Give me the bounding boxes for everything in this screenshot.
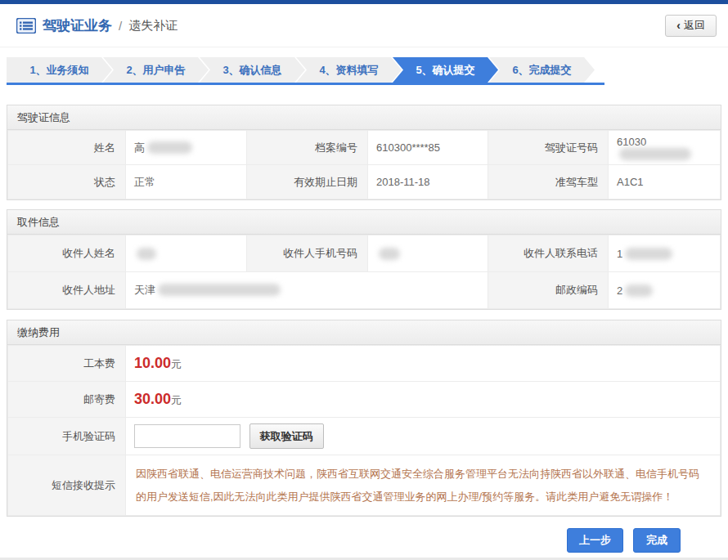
tab-step-1[interactable]: 1、业务须知 <box>7 57 112 83</box>
redacted-blur <box>147 141 192 154</box>
expiry-label: 有效期止日期 <box>247 165 368 199</box>
section-fees: 缴纳费用 工本费 10.00元 邮寄费 30.00元 手机验证码 获取验证码 短… <box>7 320 721 517</box>
file-no-label: 档案编号 <box>247 131 368 165</box>
currency-unit: 元 <box>171 394 182 406</box>
address-value: 天津 <box>126 272 488 309</box>
section-pickup-info: 取件信息 收件人姓名 收件人手机号码 收件人联系电话 1 收件人地址 天津 邮政… <box>7 209 721 310</box>
fees-table: 工本费 10.00元 邮寄费 30.00元 手机验证码 获取验证码 短信接收提示… <box>7 345 721 516</box>
tab-step-3[interactable]: 3、确认信息 <box>200 57 305 83</box>
license-no-value-text: 61030 <box>617 136 646 148</box>
recipient-phone-value: 1 <box>609 235 721 272</box>
back-chevron-icon: ‹ <box>676 19 681 32</box>
sms-notice-label: 短信接收提示 <box>8 455 126 516</box>
recipient-name-value <box>126 235 247 272</box>
expiry-value: 2018-11-18 <box>368 165 488 199</box>
table-row: 短信接收提示 因陕西省联通、电信运营商技术问题，陕西省互联网交通安全综合服务管理… <box>8 455 721 516</box>
production-fee-amount: 10.00 <box>134 355 171 371</box>
recipient-phone-text: 1 <box>617 248 622 260</box>
license-no-value: 61030 <box>609 131 721 165</box>
production-fee-value: 10.00元 <box>126 346 721 382</box>
status-value: 正常 <box>126 165 247 199</box>
get-code-button[interactable]: 获取验证码 <box>249 423 324 449</box>
sms-code-field-cell: 获取验证码 <box>126 418 721 455</box>
license-section-title: 驾驶证信息 <box>7 105 721 130</box>
redacted-blur <box>379 248 400 260</box>
tab-step-2[interactable]: 2、用户申告 <box>103 57 209 83</box>
breadcrumb-current: 遗失补证 <box>128 18 178 34</box>
table-row: 工本费 10.00元 <box>8 346 721 382</box>
page-title: 驾驶证业务 <box>43 16 112 35</box>
table-row: 邮寄费 30.00元 <box>8 382 721 418</box>
prev-step-button[interactable]: 上一步 <box>567 528 623 553</box>
sms-code-label: 手机验证码 <box>8 418 126 455</box>
mailing-fee-value: 30.00元 <box>126 382 721 418</box>
name-value-text: 高 <box>134 141 145 154</box>
sms-notice-text: 因陕西省联通、电信运营商技术问题，陕西省互联网交通安全综合服务管理平台无法向持陕… <box>134 458 720 513</box>
redacted-blur <box>625 284 653 297</box>
tab-step-6[interactable]: 6、完成提交 <box>489 57 595 83</box>
currency-unit: 元 <box>171 358 182 370</box>
tab-step-5[interactable]: 5、确认提交 <box>393 57 498 83</box>
file-no-value: 610300****85 <box>368 131 488 165</box>
sms-notice-cell: 因陕西省联通、电信运营商技术问题，陕西省互联网交通安全综合服务管理平台无法向持陕… <box>126 455 721 516</box>
redacted-blur <box>619 148 691 160</box>
finish-button[interactable]: 完成 <box>633 528 681 553</box>
recipient-mobile-value <box>368 235 488 272</box>
vehicle-type-label: 准驾车型 <box>488 165 609 199</box>
name-value: 高 <box>126 131 247 165</box>
table-row: 姓名 高 档案编号 610300****85 驾驶证号码 61030 <box>8 131 721 165</box>
breadcrumb: 驾驶证业务 / 遗失补证 <box>16 16 178 35</box>
recipient-phone-label: 收件人联系电话 <box>488 235 609 272</box>
tab-step-4[interactable]: 4、资料填写 <box>296 57 402 83</box>
section-license-info: 驾驶证信息 姓名 高 档案编号 610300****85 驾驶证号码 61030… <box>7 105 721 200</box>
address-text: 天津 <box>134 284 155 296</box>
name-label: 姓名 <box>8 131 126 165</box>
table-row: 收件人姓名 收件人手机号码 收件人联系电话 1 <box>8 235 721 272</box>
fees-section-title: 缴纳费用 <box>7 320 721 345</box>
table-row: 状态 正常 有效期止日期 2018-11-18 准驾车型 A1C1 <box>8 165 721 199</box>
redacted-blur <box>158 284 281 296</box>
back-button-label: 返回 <box>684 18 705 33</box>
sms-code-input[interactable] <box>134 424 240 448</box>
vehicle-type-value: A1C1 <box>609 165 721 199</box>
table-row: 手机验证码 获取验证码 <box>8 418 721 455</box>
address-label: 收件人地址 <box>8 272 126 309</box>
step-tabs: 1、业务须知 2、用户申告 3、确认信息 4、资料填写 5、确认提交 6、完成提… <box>7 57 604 85</box>
mailing-fee-label: 邮寄费 <box>8 382 126 418</box>
license-info-table: 姓名 高 档案编号 610300****85 驾驶证号码 61030 状态 正常… <box>7 130 721 199</box>
recipient-mobile-label: 收件人手机号码 <box>247 235 368 272</box>
postcode-value: 2 <box>609 272 721 309</box>
postcode-label: 邮政编码 <box>488 272 609 309</box>
back-button[interactable]: ‹ 返回 <box>665 15 717 37</box>
table-row: 收件人地址 天津 邮政编码 2 <box>8 272 721 309</box>
production-fee-label: 工本费 <box>8 346 126 382</box>
list-icon <box>16 18 36 34</box>
mailing-fee-amount: 30.00 <box>134 391 171 407</box>
form-actions: 上一步 完成 <box>0 528 728 553</box>
recipient-name-label: 收件人姓名 <box>8 235 126 272</box>
page-header: 驾驶证业务 / 遗失补证 ‹ 返回 <box>0 4 728 47</box>
pickup-info-table: 收件人姓名 收件人手机号码 收件人联系电话 1 收件人地址 天津 邮政编码 2 <box>7 235 721 309</box>
pickup-section-title: 取件信息 <box>7 210 721 235</box>
redacted-blur <box>137 248 156 260</box>
breadcrumb-separator: / <box>119 19 122 33</box>
postcode-text: 2 <box>617 284 622 297</box>
license-no-label: 驾驶证号码 <box>488 131 609 165</box>
status-label: 状态 <box>8 165 126 199</box>
redacted-blur <box>625 248 672 260</box>
